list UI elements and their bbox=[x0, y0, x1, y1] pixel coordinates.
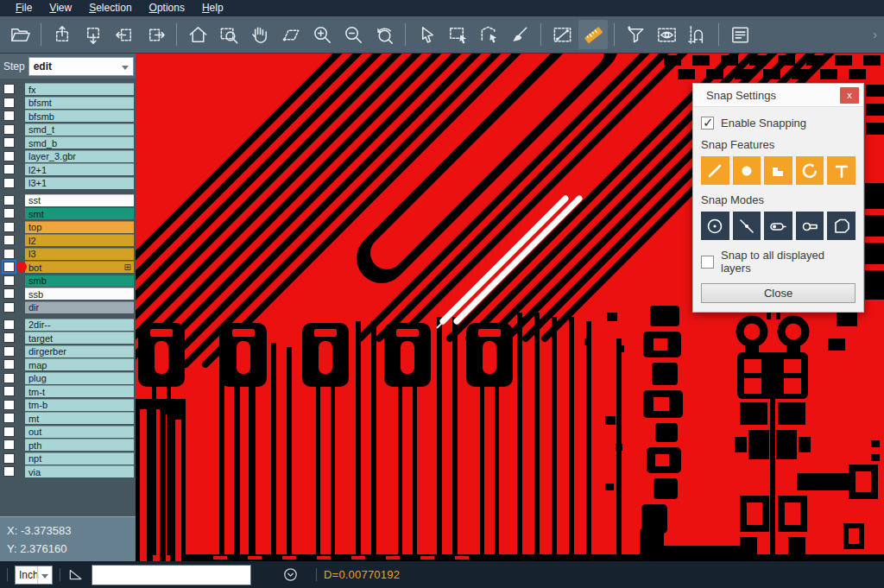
layer-checkbox-mt[interactable] bbox=[3, 413, 15, 423]
layer-checkbox-top[interactable] bbox=[3, 222, 15, 232]
dialog-header[interactable]: Snap Settings x bbox=[693, 84, 863, 107]
layer-checkbox-pth[interactable] bbox=[3, 439, 15, 450]
layer-row-ssb[interactable]: ssb bbox=[0, 288, 136, 300]
layer-checkbox-smb[interactable] bbox=[3, 275, 15, 286]
enable-snapping-checkbox[interactable] bbox=[701, 117, 714, 130]
layer-row-top[interactable]: top bbox=[0, 221, 136, 233]
layer-row-sst[interactable]: sst bbox=[0, 194, 136, 206]
layer-row-target[interactable]: target bbox=[0, 332, 136, 344]
toolbar-overflow-icon[interactable]: › bbox=[873, 28, 879, 41]
snap-mode-point-on-line-button[interactable] bbox=[733, 212, 761, 240]
zoom-window-button[interactable] bbox=[214, 20, 243, 49]
layer-row-tm-t[interactable]: tm-t bbox=[0, 385, 136, 397]
measure-line-button[interactable] bbox=[547, 20, 577, 49]
layer-row-smd_b[interactable]: smd_b bbox=[0, 136, 136, 149]
layer-row-dirgerber[interactable]: dirgerber bbox=[0, 345, 136, 357]
layer-checkbox-ssb[interactable] bbox=[3, 288, 15, 299]
menu-help[interactable]: Help bbox=[193, 0, 232, 16]
layer-checkbox-smt[interactable] bbox=[3, 208, 15, 218]
layer-checkbox-plug[interactable] bbox=[3, 373, 15, 383]
menu-selection[interactable]: Selection bbox=[80, 0, 140, 16]
zoom-home-button[interactable] bbox=[183, 20, 212, 49]
filter-button[interactable] bbox=[621, 20, 650, 49]
layer-row-tm-b[interactable]: tm-b bbox=[0, 399, 136, 411]
layer-row-smd_t[interactable]: smd_t bbox=[0, 123, 136, 136]
layer-row-out[interactable]: out bbox=[0, 426, 136, 438]
zoom-area-button[interactable] bbox=[276, 20, 306, 49]
scroll-up-button[interactable] bbox=[47, 20, 77, 49]
layer-row-map[interactable]: map bbox=[0, 358, 136, 370]
scroll-left-button[interactable] bbox=[110, 20, 139, 49]
menu-options[interactable]: Options bbox=[141, 0, 193, 16]
snap-feature-text-button[interactable] bbox=[827, 156, 856, 185]
layer-checkbox-tm-b[interactable] bbox=[3, 400, 15, 410]
snap-mode-contour-button[interactable] bbox=[827, 212, 856, 240]
layer-row-l3[interactable]: l3 bbox=[0, 248, 136, 260]
layer-row-bfsmb[interactable]: bfsmb bbox=[0, 110, 136, 122]
scroll-down-button[interactable] bbox=[79, 20, 108, 49]
snap-feature-arc-button[interactable] bbox=[796, 156, 824, 185]
layer-checkbox-smd_t[interactable] bbox=[3, 124, 15, 135]
layer-row-smb[interactable]: smb bbox=[0, 275, 136, 287]
select-area-button[interactable] bbox=[474, 20, 503, 49]
layer-row-bot[interactable]: bot⊞ bbox=[0, 261, 136, 273]
layer-row-npt[interactable]: npt bbox=[0, 452, 136, 465]
layer-checkbox-via[interactable] bbox=[3, 466, 15, 477]
layer-row-mt[interactable]: mt bbox=[0, 412, 136, 424]
layer-checkbox-2dir--[interactable] bbox=[3, 319, 15, 330]
layer-row-dir[interactable]: dir bbox=[0, 301, 136, 313]
view-options-button[interactable] bbox=[652, 20, 681, 49]
layer-checkbox-bot[interactable] bbox=[3, 262, 15, 272]
snap-feature-pad-button[interactable] bbox=[733, 156, 761, 185]
layer-checkbox-l2+1[interactable] bbox=[3, 164, 15, 174]
snap-mode-slot-open-button[interactable] bbox=[796, 212, 824, 240]
layer-checkbox-bfsmt[interactable] bbox=[3, 98, 15, 108]
report-button[interactable] bbox=[725, 20, 755, 49]
layer-checkbox-l3[interactable] bbox=[3, 249, 15, 259]
open-file-button[interactable] bbox=[5, 20, 35, 49]
pan-hand-button[interactable] bbox=[245, 20, 275, 49]
zoom-previous-button[interactable] bbox=[369, 20, 399, 49]
layer-checkbox-npt[interactable] bbox=[3, 453, 15, 464]
layer-checkbox-dirgerber[interactable] bbox=[3, 346, 15, 357]
select-rect-button[interactable] bbox=[443, 20, 472, 49]
layer-row-fx[interactable]: fx bbox=[0, 83, 136, 95]
layer-row-bfsmt[interactable]: bfsmt bbox=[0, 97, 136, 109]
layer-checkbox-bfsmb[interactable] bbox=[3, 111, 15, 121]
layer-checkbox-sst[interactable] bbox=[3, 195, 15, 205]
layer-checkbox-target[interactable] bbox=[3, 332, 15, 343]
layer-checkbox-map[interactable] bbox=[3, 359, 15, 370]
layer-checkbox-l3+1[interactable] bbox=[3, 178, 15, 188]
layer-row-smt[interactable]: smt bbox=[0, 207, 136, 219]
layer-row-pth[interactable]: pth bbox=[0, 439, 136, 451]
layer-checkbox-dir[interactable] bbox=[3, 302, 15, 313]
layer-checkbox-out[interactable] bbox=[3, 427, 15, 437]
layer-row-l2+1[interactable]: l2+1 bbox=[0, 163, 136, 175]
zoom-in-button[interactable] bbox=[307, 20, 337, 49]
measure-ruler-button[interactable] bbox=[578, 20, 608, 49]
unit-select[interactable]: Inch bbox=[15, 566, 53, 585]
snap-all-layers-checkbox[interactable] bbox=[701, 256, 714, 269]
step-select[interactable]: edit bbox=[28, 57, 134, 76]
menu-file[interactable]: File bbox=[7, 0, 41, 16]
snap-settings-button[interactable] bbox=[683, 20, 712, 49]
snap-feature-surface-button[interactable] bbox=[764, 156, 792, 185]
menu-view[interactable]: View bbox=[41, 0, 80, 16]
select-cursor-button[interactable] bbox=[412, 20, 441, 49]
pcb-canvas[interactable]: Snap Settings x Enable Snapping Snap Fea… bbox=[136, 54, 884, 561]
measure-input[interactable] bbox=[92, 565, 251, 585]
clean-brush-button[interactable] bbox=[505, 20, 534, 49]
layer-row-l3+1[interactable]: l3+1 bbox=[0, 177, 136, 189]
scroll-right-button[interactable] bbox=[141, 20, 170, 49]
apply-circle-icon[interactable] bbox=[282, 566, 299, 583]
snap-mode-center-button[interactable] bbox=[701, 212, 729, 240]
snap-mode-slot-horizontal-button[interactable] bbox=[764, 212, 792, 240]
close-icon[interactable]: x bbox=[840, 87, 859, 104]
zoom-out-button[interactable] bbox=[338, 20, 368, 49]
close-button[interactable]: Close bbox=[701, 283, 856, 303]
snap-feature-line-button[interactable] bbox=[701, 156, 729, 185]
layer-row-layer_3.gbr[interactable]: layer_3.gbr bbox=[0, 150, 136, 162]
layer-checkbox-l2[interactable] bbox=[3, 235, 15, 245]
layer-row-l2[interactable]: l2 bbox=[0, 234, 136, 246]
layer-checkbox-tm-t[interactable] bbox=[3, 386, 15, 396]
